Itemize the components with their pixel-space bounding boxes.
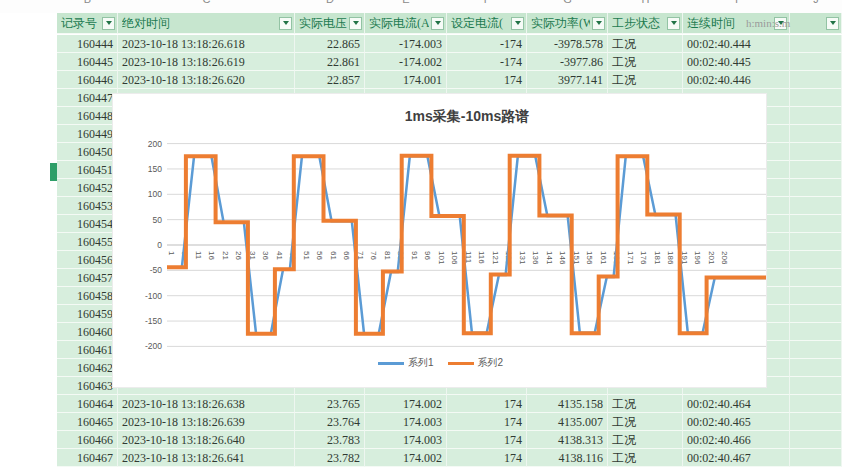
- table-cell[interactable]: 174.003: [365, 431, 447, 449]
- table-cell[interactable]: 工况: [608, 449, 683, 467]
- column-letter-D[interactable]: D: [326, 0, 334, 5]
- column-letter-H[interactable]: H: [642, 0, 650, 5]
- column-header-0[interactable]: 记录号: [57, 13, 118, 34]
- table-cell[interactable]: 160447: [57, 89, 118, 107]
- table-cell[interactable]: [790, 431, 842, 449]
- table-cell[interactable]: -3977.86: [527, 53, 608, 71]
- table-cell[interactable]: [790, 395, 842, 413]
- table-cell[interactable]: 2023-10-18 13:18:26.640: [118, 431, 295, 449]
- table-cell[interactable]: -174.002: [365, 53, 447, 71]
- table-cell[interactable]: [790, 35, 842, 53]
- table-cell[interactable]: 2023-10-18 13:18:26.618: [118, 35, 295, 53]
- column-letter-F[interactable]: F: [484, 0, 491, 5]
- column-header-5[interactable]: 实际功率(W: [527, 13, 608, 34]
- column-header-4[interactable]: 设定电流(: [447, 13, 527, 34]
- table-cell[interactable]: [790, 341, 842, 359]
- table-cell[interactable]: 160458: [57, 287, 118, 305]
- table-cell[interactable]: 00:02:40.465: [683, 413, 790, 431]
- column-header-2[interactable]: 实际电压: [295, 13, 365, 34]
- table-cell[interactable]: 174: [447, 71, 527, 89]
- table-cell[interactable]: [790, 305, 842, 323]
- table-cell[interactable]: 23.783: [295, 431, 365, 449]
- table-cell[interactable]: 工况: [608, 35, 683, 53]
- filter-dropdown-icon[interactable]: [511, 17, 524, 30]
- table-cell[interactable]: 160452: [57, 179, 118, 197]
- table-cell[interactable]: [790, 287, 842, 305]
- filter-dropdown-icon[interactable]: [431, 17, 444, 30]
- table-cell[interactable]: 3977.141: [527, 71, 608, 89]
- table-cell[interactable]: 2023-10-18 13:18:26.641: [118, 449, 295, 467]
- column-letter-B[interactable]: B: [84, 0, 91, 5]
- table-cell[interactable]: -174: [447, 53, 527, 71]
- table-cell[interactable]: 160449: [57, 125, 118, 143]
- table-cell[interactable]: [790, 143, 842, 161]
- table-cell[interactable]: [790, 377, 842, 395]
- table-cell[interactable]: 160448: [57, 107, 118, 125]
- table-cell[interactable]: 2023-10-18 13:18:26.619: [118, 53, 295, 71]
- table-cell[interactable]: 工况: [608, 431, 683, 449]
- table-cell[interactable]: [790, 251, 842, 269]
- table-cell[interactable]: 160465: [57, 413, 118, 431]
- table-cell[interactable]: 00:02:40.445: [683, 53, 790, 71]
- table-cell[interactable]: 160464: [57, 395, 118, 413]
- table-cell[interactable]: 160453: [57, 197, 118, 215]
- table-cell[interactable]: 2023-10-18 13:18:26.639: [118, 413, 295, 431]
- table-cell[interactable]: 工况: [608, 395, 683, 413]
- table-cell[interactable]: 160451: [57, 161, 118, 179]
- table-cell[interactable]: 160462: [57, 359, 118, 377]
- table-cell[interactable]: 160446: [57, 71, 118, 89]
- table-cell[interactable]: [790, 359, 842, 377]
- column-letter-C[interactable]: C: [203, 0, 211, 5]
- table-cell[interactable]: 160450: [57, 143, 118, 161]
- table-cell[interactable]: 160455: [57, 233, 118, 251]
- filter-dropdown-icon[interactable]: [102, 17, 115, 30]
- table-cell[interactable]: [790, 215, 842, 233]
- table-cell[interactable]: -174: [447, 35, 527, 53]
- table-cell[interactable]: [790, 413, 842, 431]
- embedded-chart[interactable]: 1ms采集-10ms路谱 200150100500-50-100-150-200…: [112, 93, 767, 388]
- table-cell[interactable]: 00:02:40.446: [683, 71, 790, 89]
- table-cell[interactable]: 工况: [608, 413, 683, 431]
- column-header-3[interactable]: 实际电流(A): [365, 13, 447, 34]
- table-cell[interactable]: 174: [447, 431, 527, 449]
- table-cell[interactable]: 160463: [57, 377, 118, 395]
- table-cell[interactable]: 4138.116: [527, 449, 608, 467]
- table-cell[interactable]: 22.857: [295, 71, 365, 89]
- table-cell[interactable]: 00:02:40.444: [683, 35, 790, 53]
- table-cell[interactable]: 160461: [57, 341, 118, 359]
- table-cell[interactable]: 160444: [57, 35, 118, 53]
- filter-dropdown-icon[interactable]: [826, 17, 839, 30]
- table-cell[interactable]: 174.001: [365, 71, 447, 89]
- table-cell[interactable]: [790, 449, 842, 467]
- legend-item-series1[interactable]: 系列1: [378, 356, 434, 370]
- table-cell[interactable]: 23.764: [295, 413, 365, 431]
- column-letter-J[interactable]: J: [813, 0, 819, 5]
- table-cell[interactable]: 174.002: [365, 395, 447, 413]
- filter-dropdown-icon[interactable]: [592, 17, 605, 30]
- table-cell[interactable]: 174.003: [365, 413, 447, 431]
- column-letter-G[interactable]: G: [563, 0, 572, 5]
- table-cell[interactable]: [790, 197, 842, 215]
- table-cell[interactable]: 174: [447, 449, 527, 467]
- table-cell[interactable]: 160460: [57, 323, 118, 341]
- table-cell[interactable]: 4138.313: [527, 431, 608, 449]
- table-cell[interactable]: [790, 53, 842, 71]
- table-cell[interactable]: 工况: [608, 53, 683, 71]
- column-letter-E[interactable]: E: [402, 0, 409, 5]
- table-cell[interactable]: [790, 323, 842, 341]
- column-header-8[interactable]: [790, 13, 842, 34]
- legend-item-series2[interactable]: 系列2: [448, 356, 504, 370]
- table-cell[interactable]: 160456: [57, 251, 118, 269]
- table-cell[interactable]: 00:02:40.464: [683, 395, 790, 413]
- table-cell[interactable]: 174: [447, 395, 527, 413]
- table-cell[interactable]: [790, 233, 842, 251]
- table-cell[interactable]: [790, 161, 842, 179]
- table-cell[interactable]: [790, 89, 842, 107]
- table-cell[interactable]: -174.003: [365, 35, 447, 53]
- table-cell[interactable]: 4135.158: [527, 395, 608, 413]
- table-cell[interactable]: 4135.007: [527, 413, 608, 431]
- table-cell[interactable]: [790, 107, 842, 125]
- table-cell[interactable]: 174: [447, 413, 527, 431]
- table-cell[interactable]: [790, 71, 842, 89]
- table-cell[interactable]: 160445: [57, 53, 118, 71]
